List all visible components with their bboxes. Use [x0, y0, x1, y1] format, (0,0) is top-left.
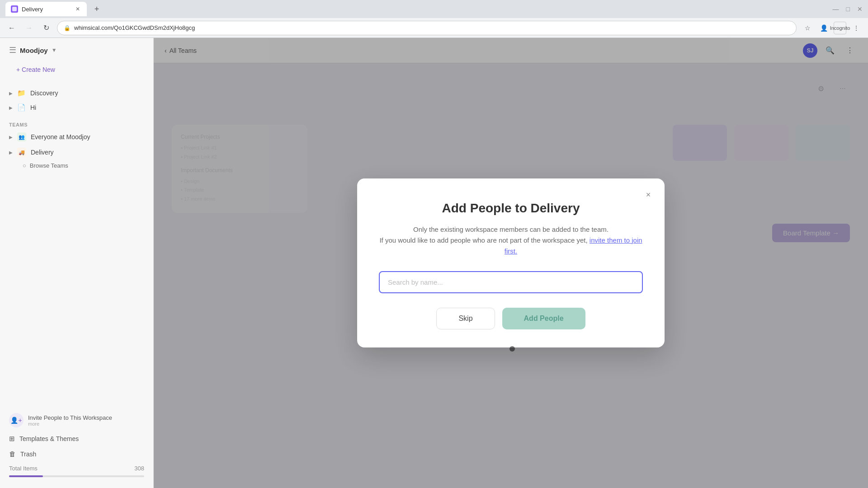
add-people-label: Add People: [524, 314, 564, 322]
address-bar[interactable]: 🔒 whimsical.com/Qo1GKCGwdDSm2dXjHo8gcg: [57, 21, 797, 35]
sidebar-bottom: 👤+ Invite People to This Workspace more …: [0, 409, 153, 481]
modal-actions: Skip Add People: [379, 308, 643, 329]
teams-section-title: TEAMS: [0, 117, 153, 129]
extensions-icon[interactable]: Incognito: [834, 22, 846, 34]
browse-teams-icon: ○: [23, 162, 26, 169]
tab-close-button[interactable]: ✕: [74, 5, 81, 13]
window-controls: — □ ✕: [833, 5, 863, 13]
refresh-button[interactable]: ↻: [40, 22, 52, 34]
sidebar-discovery-label: Discovery: [30, 89, 58, 97]
storage-progress-container: [0, 475, 153, 481]
invite-icon: 👤+: [9, 413, 24, 427]
skip-button[interactable]: Skip: [436, 308, 495, 329]
modal-title-prefix: Add People to: [442, 201, 531, 215]
total-items-count: 308: [134, 465, 144, 472]
folder-icon: 📁: [17, 89, 26, 97]
invite-people-label: Invite People to This Workspace more: [28, 414, 112, 427]
templates-label: Templates & Themes: [19, 435, 79, 442]
sidebar-item-templates[interactable]: ⊞ Templates & Themes: [0, 431, 153, 446]
chevron-right-icon-delivery: ▶: [9, 150, 13, 155]
teams-section: TEAMS ▶ 👥 Everyone at Moodjoy ▶ 🚚 Delive…: [0, 117, 153, 171]
add-people-modal: × Add People to Delivery Only the existi…: [357, 178, 665, 347]
search-by-name-input[interactable]: [379, 271, 643, 293]
storage-progress-bar: [9, 475, 144, 477]
browser-titlebar: Delivery ✕ + — □ ✕: [0, 0, 868, 18]
doc-icon: 📄: [17, 103, 26, 112]
modal-description: Only the existing workspace members can …: [379, 224, 643, 257]
chevron-right-icon: ▶: [9, 91, 13, 96]
browser-chrome: Delivery ✕ + — □ ✕ ← → ↻ 🔒 whimsical.com…: [0, 0, 868, 38]
svg-rect-0: [12, 7, 17, 11]
modal-desc-line1: Only the existing workspace members can …: [413, 225, 609, 233]
forward-button[interactable]: →: [23, 22, 35, 34]
sidebar-item-hi[interactable]: ▶ 📄 Hi: [0, 100, 153, 115]
invite-people-item[interactable]: 👤+ Invite People to This Workspace more: [0, 409, 153, 431]
new-tab-button[interactable]: +: [90, 3, 103, 15]
profile-icon[interactable]: 👤: [817, 22, 830, 34]
sidebar-delivery-label: Delivery: [31, 149, 54, 156]
sidebar-menu-icon[interactable]: ☰: [9, 45, 16, 55]
sidebar-item-delivery[interactable]: ▶ 🚚 Delivery: [0, 145, 153, 160]
total-items-label: Total Items: [9, 465, 38, 472]
chevron-right-icon-everyone: ▶: [9, 135, 13, 140]
back-button[interactable]: ←: [5, 22, 18, 34]
modal-overlay: × Add People to Delivery Only the existi…: [154, 38, 868, 488]
chevron-right-icon-hi: ▶: [9, 105, 13, 110]
main-content: ‹ All Teams SJ 🔍 ⋮ ⚙ ··· Current Project…: [154, 38, 868, 488]
bookmark-icon[interactable]: ☆: [801, 22, 814, 34]
add-people-button[interactable]: Add People: [502, 308, 585, 329]
sidebar-item-everyone[interactable]: ▶ 👥 Everyone at Moodjoy: [0, 129, 153, 145]
invite-more-text: more: [28, 421, 112, 427]
skip-label: Skip: [458, 314, 472, 322]
tab-title: Delivery: [22, 6, 43, 13]
toolbar-right: ☆ 👤 Incognito ⋮: [801, 22, 863, 34]
sidebar-item-discovery[interactable]: ▶ 📁 Discovery: [0, 86, 153, 100]
minimize-icon[interactable]: —: [833, 5, 839, 13]
modal-close-button[interactable]: ×: [641, 188, 656, 202]
modal-desc-line2-prefix: If you would like to add people who are …: [379, 236, 589, 244]
browse-teams-label: Browse Teams: [30, 162, 68, 169]
sidebar-header: ☰ Moodjoy ▼: [0, 45, 153, 62]
browser-tab[interactable]: Delivery ✕: [5, 2, 87, 16]
close-icon[interactable]: ✕: [857, 5, 863, 13]
templates-icon: ⊞: [9, 435, 15, 443]
browser-toolbar: ← → ↻ 🔒 whimsical.com/Qo1GKCGwdDSm2dXjHo…: [0, 18, 868, 38]
sidebar-hi-label: Hi: [30, 104, 36, 111]
create-new-button[interactable]: + Create New: [9, 62, 144, 77]
close-icon: ×: [646, 190, 651, 200]
workspace-chevron-icon: ▼: [52, 47, 57, 53]
menu-icon[interactable]: ⋮: [850, 22, 863, 34]
sidebar-browse-teams[interactable]: ○ Browse Teams: [0, 160, 153, 171]
sidebar-item-trash[interactable]: 🗑 Trash: [0, 446, 153, 461]
url-text: whimsical.com/Qo1GKCGwdDSm2dXjHo8gcg: [74, 24, 195, 31]
workspace-name: Moodjoy: [20, 47, 48, 54]
team-everyone-icon: 👥: [17, 132, 26, 141]
modal-title: Add People to Delivery: [379, 200, 643, 216]
sidebar-everyone-label: Everyone at Moodjoy: [31, 133, 90, 141]
app-layout: ☰ Moodjoy ▼ + Create New ▶ 📁 Discovery ▶…: [0, 38, 868, 488]
storage-progress-fill: [9, 475, 43, 477]
total-items-row: Total Items 308: [0, 461, 153, 475]
sidebar-nav-section: ▶ 📁 Discovery ▶ 📄 Hi: [0, 84, 153, 117]
sidebar: ☰ Moodjoy ▼ + Create New ▶ 📁 Discovery ▶…: [0, 38, 154, 488]
lock-icon: 🔒: [64, 25, 71, 31]
modal-title-bold: Delivery: [531, 201, 580, 215]
invite-label-text: Invite People to This Workspace: [28, 414, 112, 421]
create-new-label: + Create New: [16, 66, 55, 73]
team-delivery-icon: 🚚: [17, 148, 26, 157]
trash-label: Trash: [20, 450, 36, 458]
tab-favicon: [11, 5, 18, 13]
trash-icon: 🗑: [9, 450, 16, 458]
maximize-icon[interactable]: □: [846, 5, 850, 13]
